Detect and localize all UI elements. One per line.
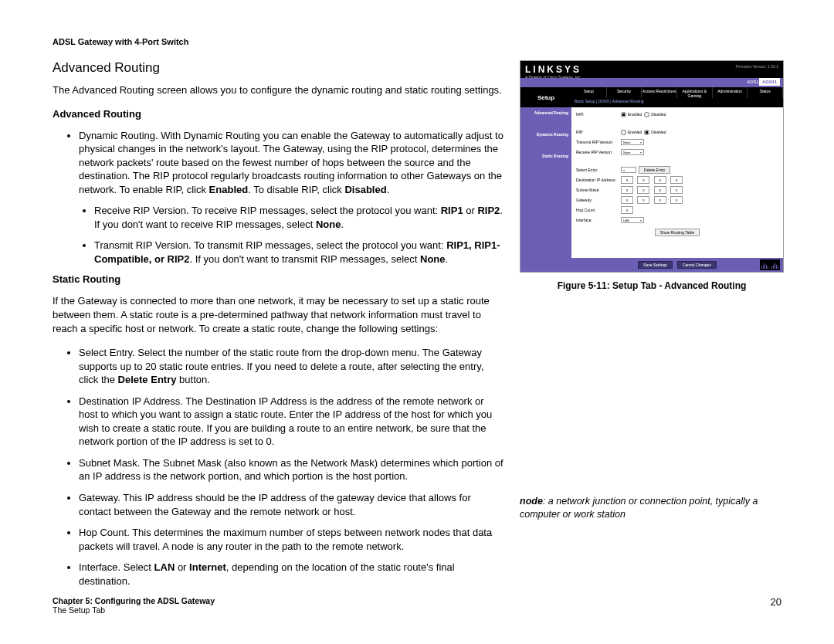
tab-security[interactable]: Security	[607, 87, 642, 98]
doc-header: ADSL Gateway with 4-Port Switch	[53, 37, 781, 46]
banner: ADSL Gateway	[520, 78, 783, 87]
tab-admin[interactable]: Administration	[713, 87, 748, 98]
bullet-dest-ip: Destination IP Address. The Destination …	[79, 395, 504, 449]
select-entry[interactable]	[621, 167, 636, 173]
section-heading-advanced: Advanced Routing	[53, 108, 504, 120]
dest-label: Destination IP Address:	[576, 178, 621, 182]
mask-label: Subnet Mask:	[576, 188, 621, 192]
nat-disabled-label: Disabled	[651, 112, 666, 117]
page-footer: Chapter 5: Configuring the ADSL Gateway …	[53, 596, 781, 615]
bullet-interface: Interface. Select LAN or Internet, depen…	[79, 561, 504, 588]
subtab-row: Basic Setup | DDNS | Advanced Routing	[571, 98, 783, 107]
side-dyn-routing: Dynamic Routing	[520, 132, 568, 137]
main-content: Advanced Routing The Advanced Routing sc…	[53, 60, 504, 595]
figure-wrap: LINKSYS A Division of Cisco Systems, Inc…	[520, 60, 784, 291]
fig-footer: Save Settings Cancel Changes	[571, 258, 783, 272]
delete-entry-button[interactable]: Delete Entry	[639, 166, 671, 174]
tab-status[interactable]: Status	[748, 87, 783, 98]
select-entry-label: Select Entry:	[576, 168, 621, 172]
intro-text: The Advanced Routing screen allows you t…	[53, 83, 504, 97]
iface-select[interactable]: LAN	[621, 217, 644, 223]
tab-row: Setup Security Access Restrictions Appli…	[571, 87, 783, 98]
tx-select[interactable]: None	[621, 139, 644, 145]
nat-enabled-radio[interactable]	[621, 112, 626, 117]
rip-enabled-label: Enabled	[628, 130, 642, 134]
rip-disabled-label: Disabled	[651, 130, 666, 134]
footer-chapter: Chapter 5: Configuring the ADSL Gateway	[53, 596, 215, 605]
bullet-transmit-rip: Transmit RIP Version. To transmit RIP me…	[94, 239, 504, 266]
bullet-gateway: Gateway. This IP address should be the I…	[79, 491, 504, 518]
static-intro: If the Gateway is connected to more than…	[53, 294, 504, 335]
rip-disabled-radio[interactable]	[644, 130, 649, 135]
dest-ip-input[interactable]: 0.0.0.0	[621, 176, 683, 184]
cisco-logo-icon	[760, 259, 780, 270]
nat-disabled-radio[interactable]	[644, 112, 649, 117]
tab-main-label: Setup	[520, 87, 571, 107]
hop-input[interactable]: 0	[621, 206, 633, 214]
gw-input[interactable]: 0.0.0.0	[621, 196, 683, 204]
rx-select[interactable]: None	[621, 149, 644, 155]
save-button[interactable]: Save Settings	[638, 261, 673, 269]
definition-node: node: a network junction or connection p…	[520, 495, 784, 521]
iface-label: Interface:	[576, 218, 621, 222]
tx-label: Transmit RIP Version:	[576, 140, 621, 144]
side-adv-routing: Advanced Routing	[520, 110, 568, 115]
figure-caption: Figure 5-11: Setup Tab - Advanced Routin…	[558, 280, 747, 291]
fig-sidebar: Advanced Routing Dynamic Routing Static …	[520, 107, 571, 272]
nat-enabled-label: Enabled	[628, 112, 642, 117]
tab-setup[interactable]: Setup	[571, 87, 607, 98]
mask-input[interactable]: 0.0.0.0	[621, 186, 683, 194]
bullet-dynamic-routing: Dynamic Routing. With Dynamic Routing yo…	[79, 129, 504, 266]
cancel-button[interactable]: Cancel Changes	[677, 261, 717, 269]
bullet-hop-count: Hop Count. This determines the maximum n…	[79, 526, 504, 553]
hop-label: Hop Count:	[576, 208, 621, 212]
tab-apps[interactable]: Applications & Gaming	[677, 87, 713, 98]
side-static-routing: Static Routing	[520, 154, 568, 158]
nat-label: NAT:	[576, 112, 621, 117]
page-number: 20	[771, 596, 781, 608]
rip-label: RIP:	[576, 130, 621, 134]
firmware-version: Firmware Version: 1.00.3	[735, 64, 778, 69]
bullet-select-entry: Select Entry. Select the number of the s…	[79, 346, 504, 387]
footer-section: The Setup Tab	[53, 605, 215, 615]
figure-screenshot: LINKSYS A Division of Cisco Systems, Inc…	[520, 60, 784, 273]
fig-content: NAT: Enabled Disabled RIP:	[571, 107, 783, 272]
section-heading-static: Static Routing	[53, 273, 504, 285]
bullet-subnet-mask: Subnet Mask. The Subnet Mask (also known…	[79, 456, 504, 483]
tab-access[interactable]: Access Restrictions	[642, 87, 677, 98]
gw-label: Gateway:	[576, 198, 621, 202]
page-title: Advanced Routing	[53, 60, 504, 76]
bullet-receive-rip: Receive RIP Version. To receive RIP mess…	[94, 204, 504, 231]
show-routing-button[interactable]: Show Routing Table	[655, 229, 700, 236]
rip-enabled-radio[interactable]	[621, 130, 626, 135]
model-badge: AG041	[759, 78, 780, 86]
rx-label: Receive RIP Version:	[576, 150, 621, 154]
